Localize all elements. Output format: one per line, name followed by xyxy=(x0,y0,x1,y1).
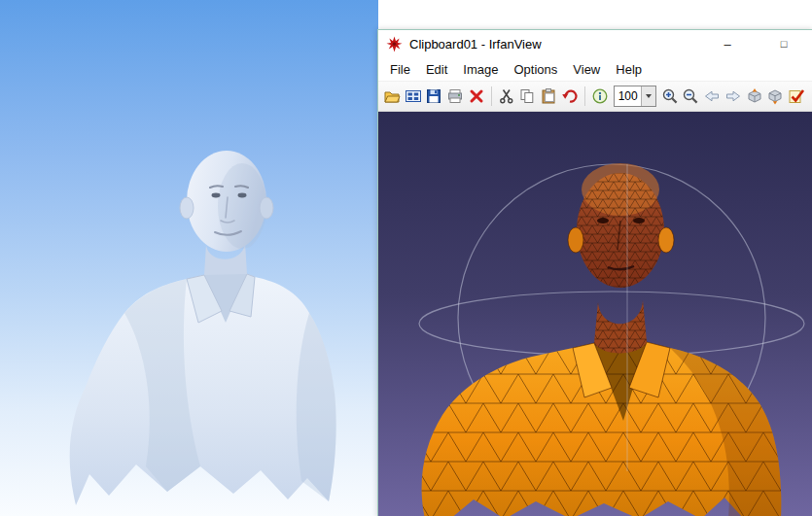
toolbar-separator xyxy=(491,86,492,106)
minimize-button[interactable]: – xyxy=(699,30,756,57)
window-controls: – □ ✕ xyxy=(699,30,812,57)
toolbar-separator xyxy=(584,86,585,106)
zoom-out-icon[interactable] xyxy=(681,85,700,108)
irfanview-window: Clipboard01 - IrfanView – □ ✕ File Edit … xyxy=(377,29,812,516)
copy-icon[interactable] xyxy=(518,85,538,108)
neck-wire xyxy=(594,300,647,353)
mesh-bust-render xyxy=(378,112,812,516)
nav-back-icon[interactable] xyxy=(702,85,722,108)
chevron-down-icon xyxy=(646,94,652,98)
zoom-dropdown-button[interactable] xyxy=(641,86,655,106)
mesh-eye-right xyxy=(633,218,645,224)
mesh-ear-left xyxy=(568,227,583,253)
nav-forward-icon[interactable] xyxy=(724,85,743,108)
zoom-in-icon[interactable] xyxy=(660,85,680,108)
save-icon[interactable] xyxy=(425,85,444,108)
menu-help[interactable]: Help xyxy=(608,59,650,80)
thumbnails-icon[interactable] xyxy=(404,85,423,108)
toolbar: 100 xyxy=(378,82,812,112)
maximize-button[interactable]: □ xyxy=(756,30,812,57)
menu-view[interactable]: View xyxy=(565,59,608,80)
ear-left xyxy=(180,197,194,219)
pale-bust-render xyxy=(0,0,378,516)
left-3d-viewport[interactable] xyxy=(0,0,378,516)
cut-icon[interactable] xyxy=(497,85,516,108)
paste-icon[interactable] xyxy=(539,85,558,108)
menu-edit[interactable]: Edit xyxy=(418,59,455,80)
menu-options[interactable]: Options xyxy=(507,59,566,80)
head-shading xyxy=(218,163,266,249)
next-file-box-icon[interactable] xyxy=(765,85,785,108)
eye-left xyxy=(212,193,221,198)
image-viewport[interactable] xyxy=(378,112,812,516)
print-icon[interactable] xyxy=(445,85,465,108)
mesh-eye-left xyxy=(597,218,609,224)
menu-file[interactable]: File xyxy=(382,59,418,80)
irfanview-logo-icon xyxy=(386,36,403,52)
menu-bar: File Edit Image Options View Help xyxy=(378,57,812,82)
info-icon[interactable] xyxy=(590,85,610,108)
menu-image[interactable]: Image xyxy=(455,59,506,80)
zoom-combo[interactable]: 100 xyxy=(614,86,656,107)
mesh-ear-right xyxy=(658,227,674,253)
ear-right xyxy=(260,197,273,219)
prev-file-box-icon[interactable] xyxy=(745,85,764,108)
open-folder-icon[interactable] xyxy=(382,85,402,108)
zoom-value: 100 xyxy=(615,89,641,103)
eye-right xyxy=(238,193,247,198)
undo-icon[interactable] xyxy=(560,85,580,108)
title-bar[interactable]: Clipboard01 - IrfanView – □ ✕ xyxy=(378,30,812,57)
lossless-check-icon[interactable] xyxy=(787,85,806,108)
window-title: Clipboard01 - IrfanView xyxy=(409,37,542,52)
delete-icon[interactable] xyxy=(467,85,486,108)
